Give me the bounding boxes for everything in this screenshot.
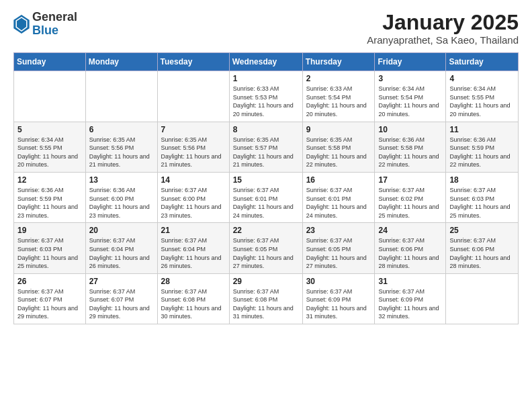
calendar-table: SundayMondayTuesdayWednesdayThursdayFrid…	[13, 52, 519, 324]
day-number: 16	[306, 175, 371, 185]
calendar-cell: 16Sunrise: 6:37 AM Sunset: 6:01 PM Dayli…	[302, 172, 375, 222]
calendar-cell: 2Sunrise: 6:33 AM Sunset: 5:54 PM Daylig…	[302, 71, 375, 122]
day-number: 9	[306, 125, 371, 134]
day-info: Sunrise: 6:35 AM Sunset: 5:57 PM Dayligh…	[233, 136, 299, 169]
day-number: 4	[449, 74, 515, 83]
weekday-header: Thursday	[302, 53, 375, 71]
page-subtitle: Aranyaprathet, Sa Kaeo, Thailand	[367, 34, 519, 46]
day-info: Sunrise: 6:37 AM Sunset: 6:05 PM Dayligh…	[233, 236, 299, 270]
day-number: 30	[306, 277, 371, 286]
day-number: 8	[233, 125, 299, 134]
calendar-cell: 9Sunrise: 6:35 AM Sunset: 5:58 PM Daylig…	[302, 122, 375, 172]
calendar-cell: 10Sunrise: 6:36 AM Sunset: 5:58 PM Dayli…	[375, 122, 446, 172]
calendar-cell: 11Sunrise: 6:36 AM Sunset: 5:59 PM Dayli…	[446, 122, 519, 172]
calendar-cell: 19Sunrise: 6:37 AM Sunset: 6:03 PM Dayli…	[14, 223, 86, 273]
calendar-cell: 29Sunrise: 6:37 AM Sunset: 6:08 PM Dayli…	[229, 273, 302, 324]
day-info: Sunrise: 6:35 AM Sunset: 5:58 PM Dayligh…	[306, 136, 371, 169]
calendar-cell: 13Sunrise: 6:36 AM Sunset: 6:00 PM Dayli…	[85, 172, 157, 222]
day-info: Sunrise: 6:37 AM Sunset: 6:08 PM Dayligh…	[233, 287, 299, 321]
calendar-cell: 26Sunrise: 6:37 AM Sunset: 6:07 PM Dayli…	[14, 273, 86, 324]
day-info: Sunrise: 6:37 AM Sunset: 6:07 PM Dayligh…	[89, 287, 154, 321]
calendar-cell	[85, 71, 157, 122]
calendar-week-row: 5Sunrise: 6:34 AM Sunset: 5:55 PM Daylig…	[14, 122, 519, 172]
day-info: Sunrise: 6:37 AM Sunset: 6:05 PM Dayligh…	[306, 236, 371, 270]
calendar-cell: 31Sunrise: 6:37 AM Sunset: 6:09 PM Dayli…	[375, 273, 446, 324]
day-number: 13	[89, 175, 154, 185]
day-info: Sunrise: 6:33 AM Sunset: 5:54 PM Dayligh…	[306, 85, 371, 118]
day-number: 3	[378, 74, 442, 83]
calendar-cell: 25Sunrise: 6:37 AM Sunset: 6:06 PM Dayli…	[446, 223, 519, 273]
day-number: 12	[17, 175, 82, 185]
day-number: 23	[306, 226, 371, 235]
day-number: 19	[17, 226, 82, 235]
day-info: Sunrise: 6:34 AM Sunset: 5:55 PM Dayligh…	[17, 136, 82, 169]
day-info: Sunrise: 6:35 AM Sunset: 5:56 PM Dayligh…	[89, 136, 154, 169]
day-info: Sunrise: 6:37 AM Sunset: 6:06 PM Dayligh…	[449, 236, 515, 270]
day-number: 27	[89, 277, 154, 286]
calendar-cell: 4Sunrise: 6:34 AM Sunset: 5:55 PM Daylig…	[446, 71, 519, 122]
calendar-cell	[157, 71, 229, 122]
day-info: Sunrise: 6:37 AM Sunset: 6:04 PM Dayligh…	[161, 236, 226, 270]
calendar-cell: 20Sunrise: 6:37 AM Sunset: 6:04 PM Dayli…	[85, 223, 157, 273]
weekday-header: Wednesday	[229, 53, 302, 71]
calendar-week-row: 26Sunrise: 6:37 AM Sunset: 6:07 PM Dayli…	[14, 273, 519, 324]
calendar-cell	[446, 273, 519, 324]
page-header: General Blue January 2025 Aranyaprathet,…	[13, 11, 519, 46]
day-info: Sunrise: 6:37 AM Sunset: 6:03 PM Dayligh…	[17, 236, 82, 270]
day-number: 14	[161, 175, 226, 185]
day-info: Sunrise: 6:37 AM Sunset: 6:00 PM Dayligh…	[161, 186, 226, 220]
day-info: Sunrise: 6:34 AM Sunset: 5:55 PM Dayligh…	[449, 85, 515, 118]
day-info: Sunrise: 6:33 AM Sunset: 5:53 PM Dayligh…	[233, 85, 299, 118]
calendar-cell: 5Sunrise: 6:34 AM Sunset: 5:55 PM Daylig…	[14, 122, 86, 172]
day-info: Sunrise: 6:37 AM Sunset: 6:06 PM Dayligh…	[378, 236, 442, 270]
calendar-cell: 24Sunrise: 6:37 AM Sunset: 6:06 PM Dayli…	[375, 223, 446, 273]
day-info: Sunrise: 6:36 AM Sunset: 5:59 PM Dayligh…	[17, 186, 82, 220]
weekday-header: Sunday	[14, 53, 86, 71]
day-info: Sunrise: 6:37 AM Sunset: 6:04 PM Dayligh…	[89, 236, 154, 270]
day-info: Sunrise: 6:37 AM Sunset: 6:01 PM Dayligh…	[233, 186, 299, 220]
day-info: Sunrise: 6:36 AM Sunset: 5:59 PM Dayligh…	[449, 136, 515, 169]
logo: General Blue	[13, 11, 77, 38]
calendar-week-row: 12Sunrise: 6:36 AM Sunset: 5:59 PM Dayli…	[14, 172, 519, 222]
day-number: 11	[449, 125, 515, 134]
logo-text: General Blue	[32, 11, 77, 38]
calendar-cell: 1Sunrise: 6:33 AM Sunset: 5:53 PM Daylig…	[229, 71, 302, 122]
weekday-header: Tuesday	[157, 53, 229, 71]
day-number: 18	[449, 175, 515, 185]
calendar-cell: 15Sunrise: 6:37 AM Sunset: 6:01 PM Dayli…	[229, 172, 302, 222]
day-info: Sunrise: 6:37 AM Sunset: 6:02 PM Dayligh…	[378, 186, 442, 220]
weekday-header: Friday	[375, 53, 446, 71]
day-number: 15	[233, 175, 299, 185]
day-info: Sunrise: 6:37 AM Sunset: 6:07 PM Dayligh…	[17, 287, 82, 321]
calendar-cell: 22Sunrise: 6:37 AM Sunset: 6:05 PM Dayli…	[229, 223, 302, 273]
day-info: Sunrise: 6:37 AM Sunset: 6:09 PM Dayligh…	[306, 287, 371, 321]
day-number: 26	[17, 277, 82, 286]
day-number: 2	[306, 74, 371, 83]
weekday-header: Monday	[85, 53, 157, 71]
day-number: 21	[161, 226, 226, 235]
day-info: Sunrise: 6:36 AM Sunset: 5:58 PM Dayligh…	[378, 136, 442, 169]
day-number: 22	[233, 226, 299, 235]
weekday-header-row: SundayMondayTuesdayWednesdayThursdayFrid…	[14, 53, 519, 71]
day-info: Sunrise: 6:37 AM Sunset: 6:08 PM Dayligh…	[161, 287, 226, 321]
day-number: 29	[233, 277, 299, 286]
title-block: January 2025 Aranyaprathet, Sa Kaeo, Tha…	[367, 11, 519, 46]
calendar-cell: 23Sunrise: 6:37 AM Sunset: 6:05 PM Dayli…	[302, 223, 375, 273]
day-info: Sunrise: 6:37 AM Sunset: 6:03 PM Dayligh…	[449, 186, 515, 220]
calendar-cell: 8Sunrise: 6:35 AM Sunset: 5:57 PM Daylig…	[229, 122, 302, 172]
day-number: 10	[378, 125, 442, 134]
day-number: 5	[17, 125, 82, 134]
day-info: Sunrise: 6:35 AM Sunset: 5:56 PM Dayligh…	[161, 136, 226, 169]
calendar-week-row: 19Sunrise: 6:37 AM Sunset: 6:03 PM Dayli…	[14, 223, 519, 273]
day-number: 7	[161, 125, 226, 134]
calendar-week-row: 1Sunrise: 6:33 AM Sunset: 5:53 PM Daylig…	[14, 71, 519, 122]
page-title: January 2025	[367, 11, 519, 34]
calendar-cell	[14, 71, 86, 122]
calendar-cell: 17Sunrise: 6:37 AM Sunset: 6:02 PM Dayli…	[375, 172, 446, 222]
day-number: 31	[378, 277, 442, 286]
logo-icon	[13, 15, 30, 34]
day-number: 25	[449, 226, 515, 235]
calendar-cell: 6Sunrise: 6:35 AM Sunset: 5:56 PM Daylig…	[85, 122, 157, 172]
day-number: 1	[233, 74, 299, 83]
day-number: 17	[378, 175, 442, 185]
